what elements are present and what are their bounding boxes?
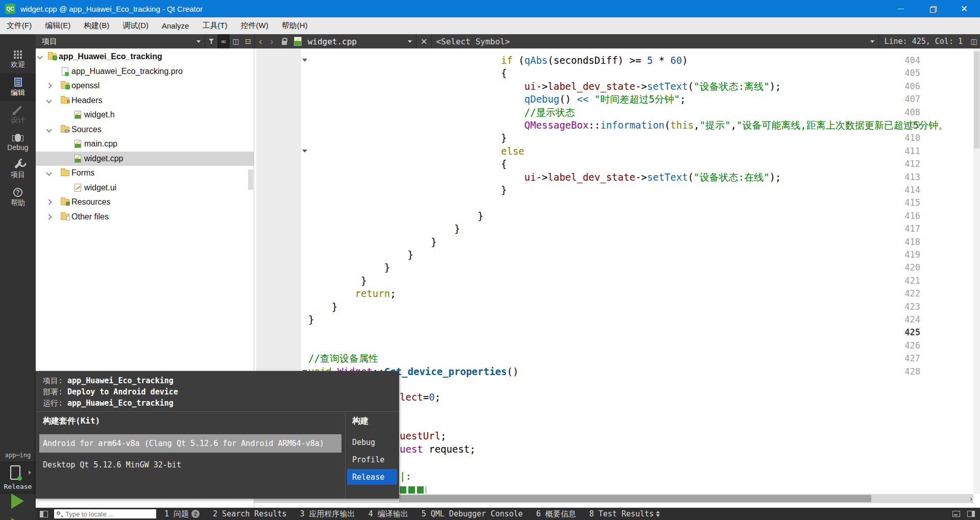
tree-item-widget.h[interactable]: widget.h <box>36 108 254 122</box>
mode-item-Debug[interactable]: Debug <box>0 129 36 156</box>
tree-item-label: Other files <box>71 212 109 221</box>
locator-search-box[interactable] <box>54 509 156 518</box>
kit-option[interactable]: Android for arm64-v8a (Clang Qt 5.12.6 f… <box>39 434 341 453</box>
output-pane-button-1[interactable]: 1 问题2 <box>164 509 200 519</box>
panel-combo-button[interactable] <box>192 34 205 48</box>
help-question-icon: ? <box>13 188 22 197</box>
output-pane-label: 1 问题 <box>164 509 189 519</box>
chevron-right-icon[interactable] <box>46 214 52 219</box>
tree-item-Headers[interactable]: hHeaders <box>36 93 254 108</box>
cpp-folder-icon: C+ <box>61 126 70 134</box>
scroll-right-arrow-icon[interactable]: › <box>970 494 972 503</box>
document-dropdown-button[interactable] <box>404 34 416 48</box>
output-pane-label: 2 Search Results <box>213 509 287 518</box>
vertical-scrollbar-thumb[interactable] <box>974 52 979 148</box>
output-pane-button-6[interactable]: 6 概要信息 <box>536 509 576 519</box>
tree-item-Sources[interactable]: C+Sources <box>36 122 254 137</box>
tree-item-app_Huawei_Eco_tracking.pro[interactable]: app_Huawei_Eco_tracking.pro <box>36 64 254 79</box>
qt-folder-icon <box>48 53 57 61</box>
build-config-Debug[interactable]: Debug <box>347 434 397 450</box>
res-folder-icon <box>61 198 70 206</box>
chevron-down-icon[interactable] <box>46 97 52 103</box>
kit-column-header: 构建套件(Kit) <box>43 416 100 427</box>
menu-item-4[interactable]: 调试(D) <box>116 17 155 34</box>
output-pane-button-5[interactable]: 5 QML Debugger Console <box>422 509 523 518</box>
close-panel-button[interactable]: ⊡ <box>242 34 254 48</box>
restore-icon <box>930 6 936 12</box>
title-bar: QC widget.cpp @ app_Huawei_Eco_tracking … <box>0 0 980 17</box>
fold-marker-icon[interactable] <box>302 150 307 153</box>
console-icon[interactable] <box>952 511 960 517</box>
run-button[interactable] <box>11 493 24 509</box>
cpp-file-icon <box>294 37 302 46</box>
filter-button[interactable] <box>205 34 217 48</box>
chevron-down-icon[interactable] <box>37 54 42 59</box>
go-back-button[interactable]: ‹ <box>255 36 266 47</box>
build-config-Release[interactable]: Release <box>347 469 397 485</box>
close-document-button[interactable]: ✕ <box>416 37 431 46</box>
kit-option[interactable]: Desktop Qt 5.12.6 MinGW 32-bit <box>39 456 341 474</box>
menu-item-2[interactable]: 编辑(E) <box>38 17 77 34</box>
code-line-413: ui->label_dev_state->setText("设备状态:在线"); <box>308 171 781 184</box>
line-number-416: 416 <box>879 210 920 222</box>
output-pane-button-2[interactable]: 2 Search Results <box>213 509 287 518</box>
line-number-404: 404 <box>879 54 920 67</box>
menu-item-1[interactable]: 文件(F) <box>0 17 38 34</box>
chevron-right-icon[interactable] <box>46 199 52 205</box>
build-config-Profile[interactable]: Profile <box>347 452 397 467</box>
clipped-comment-fragment <box>400 486 426 493</box>
mode-item-编辑[interactable]: 编辑 <box>0 73 36 101</box>
mode-item-欢迎[interactable]: 欢迎 <box>0 46 36 73</box>
line-number-425: 425 <box>879 326 920 339</box>
kit-selector-button[interactable]: Release <box>0 462 36 493</box>
toggle-right-sidebar-button[interactable] <box>967 511 975 517</box>
horizontal-scrollbar-thumb[interactable] <box>399 495 871 502</box>
mode-item-项目[interactable]: 项目 <box>0 156 36 184</box>
editor-split-dropdown-button[interactable] <box>866 34 878 48</box>
chevron-down-icon[interactable] <box>46 170 52 176</box>
chevron-right-icon[interactable] <box>46 83 52 88</box>
debug-run-button[interactable] <box>0 515 36 520</box>
tree-item-widget.cpp[interactable]: widget.cpp <box>36 152 254 166</box>
output-pane-button-4[interactable]: 4 编译输出 <box>369 509 408 519</box>
menu-item-3[interactable]: 构建(B) <box>77 17 116 34</box>
minimize-button[interactable] <box>885 0 917 17</box>
split-editor-button[interactable]: ◫ <box>968 34 980 48</box>
go-forward-button[interactable]: › <box>266 36 277 47</box>
tree-item-main.cpp[interactable]: main.cpp <box>36 137 254 151</box>
split-panel-button[interactable]: ◫ <box>230 34 242 48</box>
info-value: app_Huawei_Eco_tracking <box>67 399 174 408</box>
output-pane-arrows-icon[interactable] <box>656 511 660 517</box>
output-pane-button-3[interactable]: 3 应用程序输出 <box>300 509 355 519</box>
code-line-418: } <box>308 236 437 249</box>
sync-with-editor-button[interactable]: ∞ <box>217 34 230 48</box>
editor-vertical-scrollbar[interactable] <box>973 48 980 494</box>
menu-item-5[interactable]: Analyze <box>155 17 195 34</box>
file-icon <box>75 111 81 119</box>
chevron-down-icon[interactable] <box>46 127 52 132</box>
search-input[interactable] <box>65 510 147 518</box>
open-document-tab[interactable]: widget.cpp <box>308 37 357 46</box>
code-fragment: uestUrl; <box>400 430 447 442</box>
tree-item-Resources[interactable]: Resources <box>36 195 254 209</box>
output-pane-button-8[interactable]: 8 Test Results <box>589 509 653 518</box>
line-number-411: 411 <box>879 145 920 158</box>
tree-item-Other files[interactable]: Other files <box>36 210 254 224</box>
fold-marker-icon[interactable] <box>302 59 307 62</box>
menu-item-7[interactable]: 控件(W) <box>234 17 275 34</box>
cursor-position-indicator: Line: 425, Col: 1 <box>884 37 963 46</box>
tree-item-widget.ui[interactable]: widget.ui <box>36 181 254 195</box>
restore-button[interactable] <box>917 0 948 17</box>
toggle-left-sidebar-button[interactable] <box>40 511 48 517</box>
debug-play-icon <box>11 518 24 520</box>
tree-item-Forms[interactable]: Forms <box>36 166 254 180</box>
qt-badge-icon <box>65 85 70 89</box>
lock-icon <box>282 41 287 45</box>
menu-item-8[interactable]: 帮助(H) <box>275 17 314 34</box>
tree-item-openssl[interactable]: openssl <box>36 79 254 93</box>
select-symbol-combo[interactable]: <Select Symbol> <box>436 37 510 46</box>
mode-item-帮助[interactable]: ?帮助 <box>0 184 36 211</box>
close-button[interactable]: ✕ <box>948 0 980 17</box>
tree-item-app_Huawei_Eco_tracking[interactable]: app_Huawei_Eco_tracking <box>36 49 254 64</box>
menu-item-6[interactable]: 工具(T) <box>195 17 234 34</box>
